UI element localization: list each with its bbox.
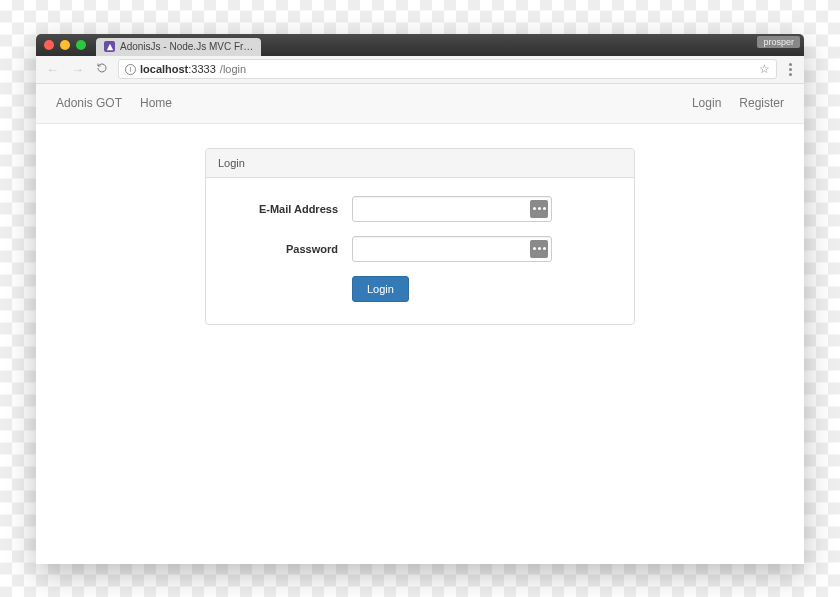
nav-home-link[interactable]: Home	[140, 96, 172, 110]
forward-button[interactable]: →	[69, 62, 86, 77]
back-button[interactable]: ←	[44, 62, 61, 77]
adonis-favicon-icon	[104, 41, 115, 52]
tab-title: AdonisJs - Node.Js MVC Fr…	[120, 41, 253, 52]
browser-toolbar: ← → i localhost:3333/login ☆	[36, 56, 804, 84]
browser-menu-button[interactable]	[785, 63, 796, 76]
password-label: Password	[222, 243, 352, 255]
browser-tab[interactable]: AdonisJs - Node.Js MVC Fr…	[96, 38, 261, 56]
nav-register-link[interactable]: Register	[739, 96, 784, 110]
login-submit-button[interactable]: Login	[352, 276, 409, 302]
autofill-icon[interactable]	[530, 240, 548, 258]
browser-tabs: AdonisJs - Node.Js MVC Fr…	[96, 34, 261, 56]
brand-link[interactable]: Adonis GOT	[56, 96, 122, 110]
url-host: localhost:3333	[140, 63, 216, 75]
minimize-window-button[interactable]	[60, 40, 70, 50]
profile-badge[interactable]: prosper	[757, 36, 800, 48]
email-field[interactable]	[352, 196, 552, 222]
email-label: E-Mail Address	[222, 203, 352, 215]
app-navbar: Adonis GOT Home Login Register	[36, 84, 804, 124]
window-titlebar: AdonisJs - Node.Js MVC Fr… prosper	[36, 34, 804, 56]
site-info-icon[interactable]: i	[125, 64, 136, 75]
maximize-window-button[interactable]	[76, 40, 86, 50]
close-window-button[interactable]	[44, 40, 54, 50]
panel-title: Login	[206, 149, 634, 178]
bookmark-star-icon[interactable]: ☆	[759, 62, 770, 76]
traffic-lights	[44, 40, 86, 50]
nav-login-link[interactable]: Login	[692, 96, 721, 110]
reload-button[interactable]	[94, 62, 110, 77]
autofill-icon[interactable]	[530, 200, 548, 218]
address-bar[interactable]: i localhost:3333/login ☆	[118, 59, 777, 79]
login-panel: Login E-Mail Address Password	[205, 148, 635, 325]
password-field[interactable]	[352, 236, 552, 262]
browser-window: AdonisJs - Node.Js MVC Fr… prosper ← → i…	[36, 34, 804, 564]
page-content: Adonis GOT Home Login Register Login E-M…	[36, 84, 804, 564]
url-path: /login	[220, 63, 246, 75]
